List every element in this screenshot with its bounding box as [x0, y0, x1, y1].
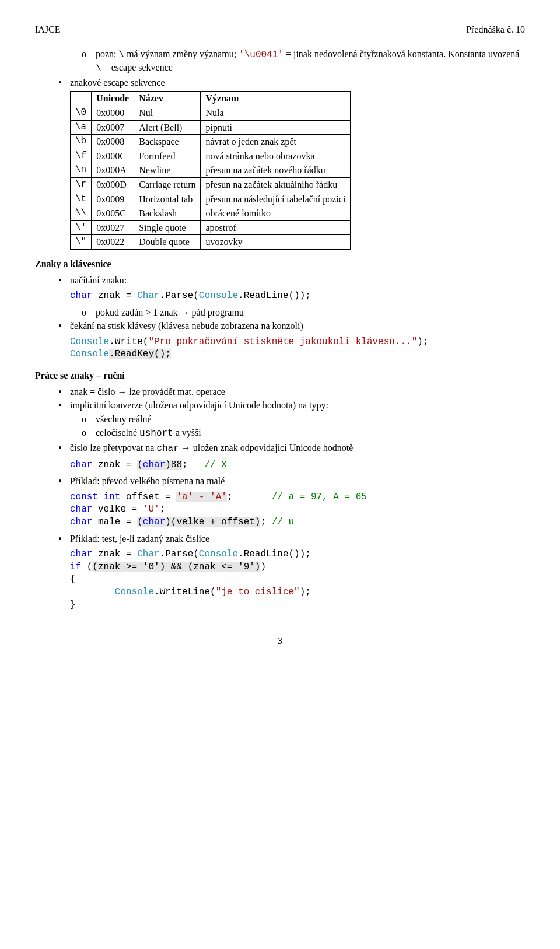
- mono-span: '\u0041': [239, 50, 284, 60]
- cell: 0x000D: [92, 177, 134, 192]
- circle-bullet-icon: o: [82, 413, 96, 426]
- bullet-icon: •: [58, 320, 70, 332]
- header-right: Přednáška č. 10: [466, 23, 525, 36]
- code-offset: const int offset = 'a' - 'A'; // a = 97,…: [70, 491, 525, 529]
- cell: apostrof: [201, 220, 351, 235]
- th-name: Název: [134, 92, 201, 106]
- bullet-cast: • číslo lze přetypovat na char → uložen …: [58, 442, 525, 456]
- bullet-implicit: • implicitní konverze (uložena odpovídaj…: [58, 399, 525, 412]
- cell: \\: [71, 206, 92, 221]
- cell: návrat o jeden znak zpět: [201, 135, 351, 149]
- cell: Backspace: [134, 135, 201, 149]
- cell: Nula: [201, 106, 351, 120]
- code-text: .Write(: [109, 337, 148, 347]
- kw: char: [70, 504, 92, 514]
- bullet-text: načítání znaku:: [70, 274, 127, 287]
- highlighted-code: 'a' - 'A': [176, 492, 226, 502]
- code-text: );: [417, 337, 428, 347]
- cell: \t: [71, 192, 92, 206]
- bullet-text: čekání na stisk klávesy (klávesa nebude …: [70, 320, 303, 332]
- code-waitkey: Console.Write("Pro pokračování stiskněte…: [70, 336, 525, 361]
- mono-span: ushort: [139, 428, 173, 439]
- cell: Formfeed: [134, 149, 201, 163]
- highlighted-code: .ReadKey();: [109, 349, 171, 359]
- cell: uvozovky: [201, 235, 351, 250]
- bullet-text: číslo lze přetypovat na char → uložen zn…: [70, 442, 353, 456]
- th-blank: [71, 92, 92, 106]
- cell: Horizontal tab: [134, 192, 201, 206]
- section-title-manual: Práce se znaky – ruční: [35, 369, 525, 382]
- code-text: znak =: [92, 549, 137, 559]
- code-text: ): [260, 562, 266, 572]
- kw: char: [70, 290, 92, 301]
- cell: Carriage return: [134, 177, 201, 192]
- text-span: = escape sekvence: [102, 62, 173, 72]
- cell: \": [71, 235, 92, 250]
- string-literal: "je to cislice": [216, 587, 300, 597]
- intro-text: pozn: \ má význam změny významu; '\u0041…: [96, 48, 525, 75]
- bullet-icon: •: [58, 475, 70, 488]
- code-text: .Parse(: [160, 549, 199, 559]
- kw: const: [70, 492, 98, 502]
- escape-table: Unicode Název Význam \00x0000NulNula \a0…: [70, 91, 351, 250]
- kw: if: [70, 562, 81, 572]
- bullet-example-digit: • Příklad: test, je-li zadaný znak čísli…: [58, 533, 525, 545]
- circle-bullet-icon: o: [82, 426, 96, 440]
- table-title: znakové escape sekvence: [70, 76, 165, 89]
- th-unicode: Unicode: [92, 92, 134, 106]
- circle-bullet-icon: o: [82, 306, 96, 319]
- text-span: má význam změny významu;: [124, 49, 239, 59]
- bullet-icon: •: [58, 76, 70, 89]
- kw: char: [143, 517, 165, 527]
- code-text: {: [70, 574, 76, 584]
- cell: nová stránka nebo obrazovka: [201, 149, 351, 163]
- table-row: \\0x005CBackslashobrácené lomítko: [71, 206, 351, 221]
- code-text: .ReadLine());: [238, 549, 311, 559]
- cell: Double quote: [134, 235, 201, 250]
- mono-span: \: [119, 50, 125, 60]
- bullet-icon: •: [58, 399, 70, 412]
- section-title-keys: Znaky a klávesnice: [35, 258, 525, 271]
- code-text: ;: [227, 492, 272, 502]
- sub-bullet-ushort: o celočíselné ushort a vyšší: [82, 426, 525, 440]
- cell: \': [71, 220, 92, 235]
- highlighted-code: (: [137, 517, 143, 527]
- comment: // X: [204, 460, 226, 470]
- text-span: celočíselné: [96, 428, 139, 437]
- sub-bullet-text: pokud zadán > 1 znak → pád programu: [96, 306, 244, 319]
- table-bullet: • znakové escape sekvence: [58, 76, 525, 89]
- bullet-icon: •: [58, 442, 70, 456]
- code-text: [70, 587, 115, 597]
- cell: 0x000A: [92, 163, 134, 178]
- sub-bullet-text: celočíselné ushort a vyšší: [96, 426, 201, 440]
- cell: obrácené lomítko: [201, 206, 351, 221]
- kw: char: [70, 460, 92, 470]
- cell: přesun na následující tabelační pozici: [201, 192, 351, 206]
- cell: Alert (Bell): [134, 120, 201, 135]
- table-row: \n0x000ANewlinepřesun na začátek nového …: [71, 163, 351, 178]
- cell: přesun na začátek aktuálního řádku: [201, 177, 351, 192]
- cell: \n: [71, 163, 92, 178]
- cell: pípnutí: [201, 120, 351, 135]
- page-number: 3: [35, 635, 525, 647]
- code-text: ;: [260, 517, 271, 527]
- cell: 0x0000: [92, 106, 134, 120]
- string-literal: 'U': [143, 504, 160, 514]
- cell: Nul: [134, 106, 201, 120]
- table-row: \00x0000NulNula: [71, 106, 351, 120]
- th-meaning: Význam: [201, 92, 351, 106]
- code-text: znak =: [92, 290, 137, 301]
- code-text: (: [81, 562, 92, 572]
- page-header: IAJCE Přednáška č. 10: [35, 23, 525, 36]
- code-text: );: [300, 587, 311, 597]
- bullet-text: Příklad: převod velkého písmena na malé: [70, 475, 225, 488]
- cell: \a: [71, 120, 92, 135]
- class-name: Char: [137, 290, 159, 301]
- text-span: pozn:: [96, 49, 119, 59]
- cell: Backslash: [134, 206, 201, 221]
- mono-span: \: [96, 63, 102, 73]
- cell: 0x0027: [92, 220, 134, 235]
- cell: \b: [71, 135, 92, 149]
- header-left: IAJCE: [35, 23, 61, 36]
- class-name: Console: [70, 337, 109, 347]
